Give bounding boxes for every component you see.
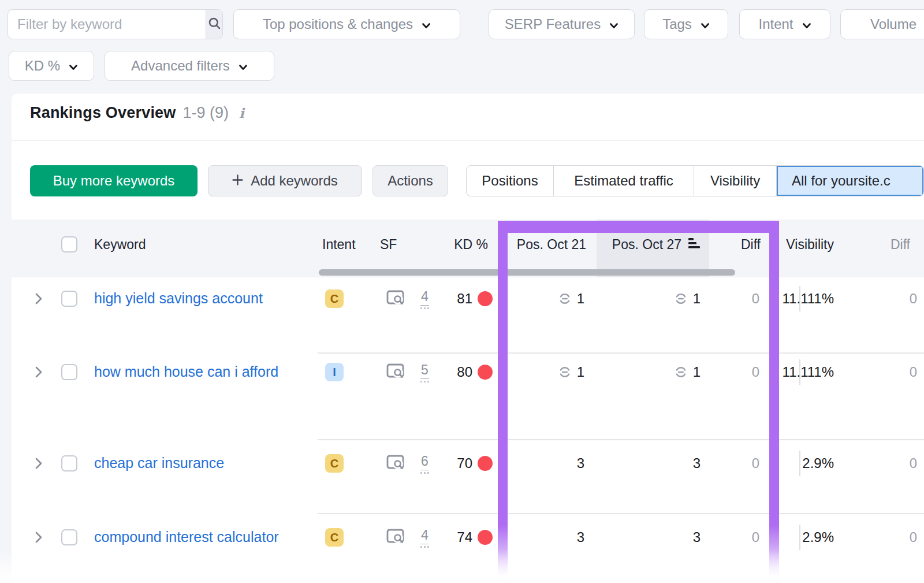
- table-row: high yield savings account C 4 81 1 1 0 …: [0, 281, 924, 316]
- header-kd[interactable]: KD %: [454, 220, 488, 269]
- serp-features-icon[interactable]: [386, 528, 405, 547]
- tab-all-for-site[interactable]: All for yoursite.c: [777, 166, 923, 196]
- pos-oct-27-cell: 3: [693, 446, 701, 481]
- buy-more-keywords-button[interactable]: Buy more keywords: [30, 165, 198, 196]
- row-checkbox[interactable]: [61, 364, 77, 380]
- intent-badge[interactable]: I: [325, 363, 344, 381]
- serp-features-icon[interactable]: [386, 362, 405, 382]
- advanced-filters-dropdown[interactable]: Advanced filters: [105, 51, 274, 81]
- keyword-cell: compound interest calculator: [94, 520, 282, 555]
- header-sf[interactable]: SF: [380, 220, 397, 269]
- row-checkbox[interactable]: [61, 529, 77, 545]
- header-keyword[interactable]: Keyword: [94, 220, 146, 269]
- buy-more-keywords-label: Buy more keywords: [53, 173, 175, 189]
- keyword-link[interactable]: compound interest calculator: [94, 528, 279, 547]
- intent-cell: C: [325, 281, 344, 316]
- sort-descending-icon: [688, 237, 702, 252]
- kd-difficulty-dot: [475, 520, 493, 555]
- top-positions-dropdown[interactable]: Top positions & changes: [233, 9, 460, 39]
- chevron-down-icon: [802, 16, 811, 32]
- table-row: how much house can i afford I 5 80 1 1 0…: [0, 355, 924, 389]
- tags-dropdown[interactable]: Tags: [644, 9, 728, 39]
- url-link-icon[interactable]: [674, 292, 688, 306]
- info-icon[interactable]: i: [236, 105, 244, 121]
- search-button[interactable]: [206, 10, 222, 39]
- position-tracking-screen: Top positions & changes SERP Features Ta…: [0, 0, 924, 583]
- header-intent[interactable]: Intent: [322, 220, 356, 269]
- url-link-icon[interactable]: [558, 365, 572, 379]
- intent-cell: C: [325, 446, 344, 481]
- metric-tabs: Positions Estimated traffic Visibility A…: [466, 165, 924, 196]
- chevron-down-icon: [422, 16, 431, 32]
- kd-label: KD %: [25, 58, 60, 74]
- row-checkbox[interactable]: [61, 291, 77, 307]
- table-row: compound interest calculator C 4 74 3 3 …: [0, 520, 924, 555]
- url-link-icon[interactable]: [558, 292, 572, 306]
- table-row: cheap car insurance C 6 70 3 3 0 2.9% 0: [0, 446, 924, 481]
- row-checkbox[interactable]: [61, 455, 77, 471]
- tags-label: Tags: [662, 16, 692, 32]
- intent-label: Intent: [758, 16, 793, 32]
- sf-count-link[interactable]: 4: [420, 289, 429, 309]
- add-keywords-button[interactable]: Add keywords: [208, 165, 362, 196]
- divider: [12, 140, 924, 141]
- kd-cell: 74: [457, 520, 472, 555]
- intent-dropdown[interactable]: Intent: [739, 9, 830, 39]
- row-checkbox-cell: [61, 446, 77, 481]
- diff-cell: 0: [752, 355, 759, 389]
- expand-chevron-icon[interactable]: [35, 355, 43, 389]
- sf-count-cell: 4: [420, 520, 429, 555]
- pos-oct-27-cell: 1: [674, 281, 701, 316]
- url-link-icon[interactable]: [674, 365, 688, 379]
- sf-count-link[interactable]: 5: [420, 362, 429, 383]
- volume-dropdown[interactable]: Volume: [840, 9, 924, 39]
- intent-badge[interactable]: C: [325, 528, 344, 547]
- serp-features-dropdown[interactable]: SERP Features: [489, 9, 635, 39]
- serp-features-cell: [386, 281, 405, 316]
- keyword-link[interactable]: how much house can i afford: [94, 362, 278, 381]
- sf-count-link[interactable]: 4: [420, 528, 429, 548]
- kd-cell: 81: [457, 281, 472, 316]
- kd-dropdown[interactable]: KD %: [9, 51, 94, 81]
- tab-positions-label: Positions: [482, 173, 538, 189]
- keyword-filter-input[interactable]: [8, 10, 206, 39]
- add-keywords-label: Add keywords: [251, 173, 338, 189]
- select-all-checkbox[interactable]: [61, 236, 77, 252]
- header-visibility[interactable]: Visibility: [786, 220, 834, 269]
- sf-count-link[interactable]: 6: [420, 454, 429, 474]
- chevron-down-icon: [239, 58, 248, 74]
- tab-estimated-traffic[interactable]: Estimated traffic: [554, 166, 694, 196]
- chevron-down-icon: [609, 16, 619, 32]
- visibility-cell: 2.9%: [802, 520, 834, 555]
- tab-visibility[interactable]: Visibility: [694, 166, 777, 196]
- diff-cell: 0: [752, 446, 759, 481]
- kd-difficulty-dot: [475, 446, 493, 481]
- tab-positions[interactable]: Positions: [467, 166, 554, 196]
- diff-2-cell: 0: [910, 520, 917, 555]
- expand-chevron-icon[interactable]: [35, 281, 43, 316]
- tab-all-for-site-label: All for yoursite.c: [792, 173, 891, 189]
- horizontal-scrollbar[interactable]: [319, 269, 735, 276]
- serp-features-icon[interactable]: [386, 289, 405, 309]
- header-diff-2[interactable]: Diff: [891, 220, 910, 269]
- kd-difficulty-dot: [475, 355, 493, 389]
- kd-cell: 70: [457, 446, 472, 481]
- serp-features-cell: [386, 520, 405, 555]
- diff-2-cell: 0: [910, 281, 917, 316]
- highlight-box-right: [769, 221, 779, 583]
- keyword-link[interactable]: cheap car insurance: [94, 454, 224, 473]
- expand-chevron-icon[interactable]: [35, 446, 43, 481]
- visibility-cell: 11.111%: [783, 281, 834, 316]
- intent-badge[interactable]: C: [325, 454, 344, 473]
- actions-button[interactable]: Actions: [372, 165, 448, 196]
- serp-features-icon[interactable]: [386, 454, 405, 473]
- intent-badge[interactable]: C: [325, 289, 344, 308]
- keyword-link[interactable]: high yield savings account: [94, 289, 263, 308]
- expand-chevron-icon[interactable]: [35, 520, 43, 555]
- divider: [799, 525, 800, 550]
- pos-oct-21-cell: 3: [577, 520, 584, 555]
- keyword-cell: high yield savings account: [94, 281, 282, 316]
- visibility-cell: 2.9%: [802, 446, 834, 481]
- select-all-cell: [61, 220, 77, 269]
- pos-oct-21-cell: 1: [558, 281, 584, 316]
